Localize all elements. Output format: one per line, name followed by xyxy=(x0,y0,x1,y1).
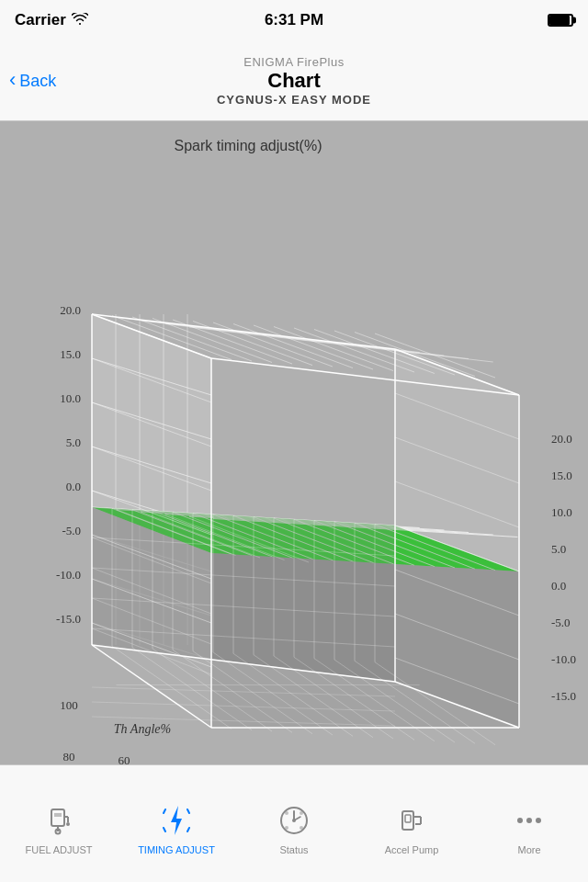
svg-text:100: 100 xyxy=(60,698,78,712)
svg-text:20.0: 20.0 xyxy=(60,303,81,317)
tab-accel-pump[interactable]: Accel Pump xyxy=(353,765,470,882)
svg-point-187 xyxy=(300,826,303,830)
carrier-label: Carrier xyxy=(15,11,66,29)
nav-bar: ‹ Back ENIGMA FirePlus Chart CYGNUS-X EA… xyxy=(0,40,588,121)
app-name: ENIGMA FirePlus xyxy=(243,55,344,69)
svg-text:5.0: 5.0 xyxy=(551,542,566,556)
svg-line-183 xyxy=(294,817,300,820)
tab-timing-adjust[interactable]: TIMING ADJUST xyxy=(118,765,235,882)
svg-text:10.0: 10.0 xyxy=(60,391,81,405)
wifi-icon xyxy=(72,13,88,28)
svg-text:Spark timing adjust(%): Spark timing adjust(%) xyxy=(175,138,322,153)
3d-chart: Spark timing adjust(%) 20.0 15.0 10.0 5.… xyxy=(0,121,588,764)
svg-text:-15.0: -15.0 xyxy=(56,612,81,626)
more-icon xyxy=(509,800,549,841)
svg-text:10.0: 10.0 xyxy=(551,505,572,519)
accel-pump-icon xyxy=(391,800,432,841)
svg-text:-10.0: -10.0 xyxy=(551,652,576,666)
tab-bar: FUEL ADJUST TIMING ADJUST xyxy=(0,764,588,882)
svg-text:60: 60 xyxy=(119,753,130,764)
svg-rect-189 xyxy=(405,815,411,822)
back-chevron-icon: ‹ xyxy=(9,70,16,90)
tab-status[interactable]: Status xyxy=(235,765,353,882)
svg-marker-179 xyxy=(171,806,182,835)
svg-rect-173 xyxy=(54,813,62,817)
svg-text:20.0: 20.0 xyxy=(551,432,572,446)
svg-point-195 xyxy=(536,818,541,823)
svg-text:5.0: 5.0 xyxy=(66,435,81,449)
status-bar: Carrier 6:31 PM xyxy=(0,0,588,40)
back-button[interactable]: ‹ Back xyxy=(9,71,56,90)
svg-point-178 xyxy=(66,822,70,826)
svg-rect-188 xyxy=(402,811,413,830)
status-left: Carrier xyxy=(15,11,88,29)
tab-fuel-adjust[interactable]: FUEL ADJUST xyxy=(0,765,118,882)
timing-adjust-label: TIMING ADJUST xyxy=(138,844,215,855)
mode-label: CYGNUS-X EASY MODE xyxy=(217,93,371,107)
page-title: Chart xyxy=(267,69,320,93)
svg-text:15.0: 15.0 xyxy=(60,347,81,361)
tab-more[interactable]: More xyxy=(470,765,588,882)
status-time: 6:31 PM xyxy=(265,11,323,29)
svg-text:0.0: 0.0 xyxy=(66,480,81,493)
svg-rect-172 xyxy=(51,809,64,826)
svg-text:-15.0: -15.0 xyxy=(551,689,576,703)
svg-text:-5.0: -5.0 xyxy=(551,616,571,629)
timing-adjust-icon xyxy=(156,800,197,841)
fuel-adjust-label: FUEL ADJUST xyxy=(26,844,93,855)
chart-area: Spark timing adjust(%) 20.0 15.0 10.0 5.… xyxy=(0,121,588,764)
battery-icon xyxy=(548,14,573,27)
svg-point-194 xyxy=(526,818,532,823)
svg-point-186 xyxy=(285,826,288,830)
more-label: More xyxy=(517,844,540,855)
status-icon xyxy=(274,800,314,841)
fuel-adjust-icon xyxy=(39,800,79,841)
status-right xyxy=(548,14,573,27)
svg-point-193 xyxy=(517,818,523,823)
svg-text:-5.0: -5.0 xyxy=(62,524,81,537)
svg-text:-10.0: -10.0 xyxy=(56,568,81,582)
svg-point-185 xyxy=(300,811,303,815)
back-label: Back xyxy=(19,71,56,90)
svg-text:0.0: 0.0 xyxy=(551,579,566,593)
accel-pump-label: Accel Pump xyxy=(385,844,439,855)
svg-text:Th Angle%: Th Angle% xyxy=(114,722,171,736)
svg-point-184 xyxy=(285,811,288,815)
svg-text:80: 80 xyxy=(63,750,75,763)
status-label: Status xyxy=(279,844,308,855)
svg-text:15.0: 15.0 xyxy=(551,469,572,482)
